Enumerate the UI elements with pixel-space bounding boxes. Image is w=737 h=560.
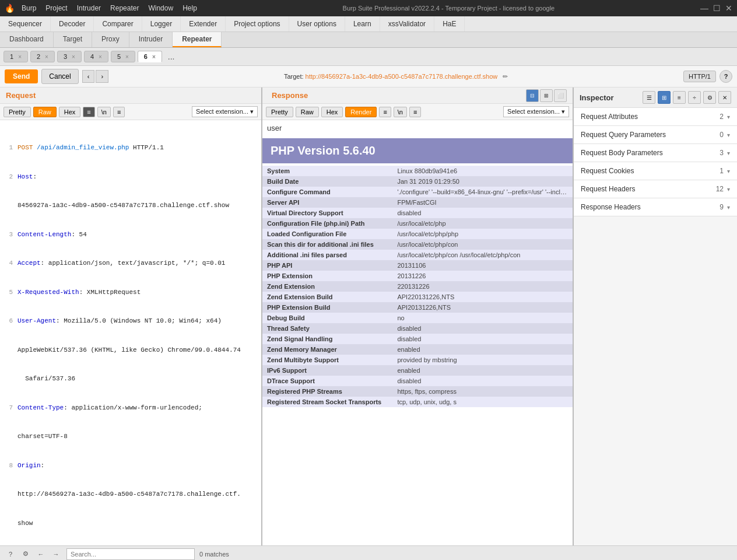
php-table-key: System <box>262 166 392 176</box>
subnav-dashboard[interactable]: Dashboard <box>0 32 54 47</box>
nav-learn[interactable]: Learn <box>345 16 380 32</box>
resp-pretty-button[interactable]: Pretty <box>266 107 293 117</box>
inspector-row[interactable]: Request Attributes2 ▾ <box>574 108 737 126</box>
repeater-tab-1[interactable]: 1 × <box>3 51 28 62</box>
req-raw-button[interactable]: Raw <box>33 107 57 117</box>
menu-project[interactable]: Project <box>45 4 67 12</box>
php-table-val: API20131226,NTS <box>392 302 573 313</box>
insp-icon-list[interactable]: ☰ <box>643 91 655 104</box>
status-settings-icon[interactable]: ⚙ <box>20 548 31 560</box>
tab-6-close[interactable]: × <box>152 54 156 60</box>
status-help-icon[interactable]: ? <box>5 548 16 560</box>
response-header: Response <box>266 88 526 103</box>
req-lines-button[interactable]: ≡ <box>113 107 125 117</box>
stacked-view-icon[interactable]: ⊞ <box>540 89 553 102</box>
full-view-icon[interactable]: ⬜ <box>554 89 567 102</box>
menu-burp[interactable]: Burp <box>22 4 36 12</box>
http-version-badge[interactable]: HTTP/1 <box>683 71 716 82</box>
repeater-tab-6[interactable]: 6 × <box>138 51 162 62</box>
chevron-down-icon: ▾ <box>727 204 730 211</box>
subnav-proxy[interactable]: Proxy <box>92 32 129 47</box>
insp-icon-grid[interactable]: ⊞ <box>658 91 671 104</box>
req-newline-button[interactable]: \n <box>97 107 111 117</box>
search-input[interactable] <box>66 548 195 560</box>
menu-help[interactable]: Help <box>183 4 197 12</box>
tab-5-close[interactable]: × <box>125 54 129 60</box>
inspector-row-count: 0 ▾ <box>720 131 730 139</box>
nav-logger[interactable]: Logger <box>142 16 181 32</box>
php-table-val: /usr/local/etc/php <box>392 218 573 229</box>
repeater-tab-5[interactable]: 5 × <box>111 51 135 62</box>
inspector-row[interactable]: Response Headers9 ▾ <box>574 198 737 216</box>
php-table-key: Additional .ini files parsed <box>262 250 392 260</box>
nav-sequencer[interactable]: Sequencer <box>0 16 51 32</box>
req-select-extension[interactable]: Select extension... ▾ <box>192 106 258 117</box>
nav-forward-button[interactable]: › <box>96 70 108 83</box>
nav-project-options[interactable]: Project options <box>226 16 289 32</box>
resp-icon1[interactable]: ≡ <box>379 107 391 117</box>
inspector-row[interactable]: Request Body Parameters3 ▾ <box>574 144 737 162</box>
inspector-row[interactable]: Request Cookies1 ▾ <box>574 162 737 180</box>
edit-target-icon[interactable]: ✏ <box>503 73 508 80</box>
php-table-val: './configure' '--build=x86_64-linux-gnu'… <box>392 187 573 197</box>
close-button[interactable]: ✕ <box>725 4 732 13</box>
inspector-row[interactable]: Request Headers12 ▾ <box>574 180 737 198</box>
nav-decoder[interactable]: Decoder <box>51 16 94 32</box>
nav-extender[interactable]: Extender <box>181 16 226 32</box>
inspector-row[interactable]: Request Query Parameters0 ▾ <box>574 126 737 144</box>
status-back-icon[interactable]: ← <box>35 548 47 560</box>
repeater-tab-3[interactable]: 3 × <box>57 51 82 62</box>
insp-icon-close[interactable]: ✕ <box>718 91 731 104</box>
request-panel: Request Pretty Raw Hex ≡ \n ≡ Select ext… <box>0 88 262 545</box>
php-version-banner: PHP Version 5.6.40 <box>262 138 573 163</box>
resp-icon3[interactable]: ≡ <box>409 107 421 117</box>
resp-icon2[interactable]: \n <box>394 107 407 117</box>
req-wrap-button[interactable]: ≡ <box>83 107 94 117</box>
tab-2-close[interactable]: × <box>45 54 48 60</box>
insp-icon-split[interactable]: ÷ <box>688 91 701 104</box>
php-table-val: disabled <box>392 208 573 218</box>
menu-window[interactable]: Window <box>148 4 173 12</box>
repeater-tab-4[interactable]: 4 × <box>84 51 108 62</box>
more-tabs-button[interactable]: ... <box>164 50 178 63</box>
subnav-repeater[interactable]: Repeater <box>173 32 222 47</box>
tab-1-close[interactable]: × <box>18 54 22 60</box>
main-area: Request Pretty Raw Hex ≡ \n ≡ Select ext… <box>0 88 737 545</box>
insp-icon-settings[interactable]: ⚙ <box>703 91 716 104</box>
tab-3-label: 3 <box>64 53 67 60</box>
resp-select-extension[interactable]: Select extension... ▾ <box>503 106 569 117</box>
subnav-intruder[interactable]: Intruder <box>129 32 173 47</box>
php-table-val: disabled <box>392 334 573 344</box>
resp-render-button[interactable]: Render <box>345 107 377 117</box>
repeater-tab-2[interactable]: 2 × <box>30 51 55 62</box>
req-hex-button[interactable]: Hex <box>59 107 81 117</box>
status-forward-icon[interactable]: → <box>50 548 62 560</box>
php-table-key: Zend Extension <box>262 281 392 292</box>
maximize-button[interactable]: ☐ <box>713 4 721 13</box>
php-table-key: Zend Signal Handling <box>262 334 392 344</box>
menu-repeater[interactable]: Repeater <box>110 4 139 12</box>
request-code-area[interactable]: 1POST /api/admin_file_view.php HTTP/1.1 … <box>0 120 261 545</box>
req-pretty-button[interactable]: Pretty <box>3 107 31 117</box>
subnav-target[interactable]: Target <box>54 32 92 47</box>
nav-hae[interactable]: HaE <box>434 16 465 32</box>
split-view-icon[interactable]: ⊟ <box>526 89 539 102</box>
php-table-val: /usr/local/etc/php/php <box>392 229 573 239</box>
nav-comparer[interactable]: Comparer <box>94 16 142 32</box>
tab-3-close[interactable]: × <box>72 54 75 60</box>
minimize-button[interactable]: — <box>700 4 708 13</box>
resp-hex-button[interactable]: Hex <box>321 107 343 117</box>
nav-xss-validator[interactable]: xssValidator <box>380 16 434 32</box>
send-button[interactable]: Send <box>5 69 38 83</box>
inspector-row-label: Request Body Parameters <box>581 149 663 157</box>
nav-back-button[interactable]: ‹ <box>82 70 95 83</box>
resp-raw-button[interactable]: Raw <box>296 107 319 117</box>
tab-4-close[interactable]: × <box>99 54 102 60</box>
help-button[interactable]: ? <box>720 70 732 83</box>
matches-label: 0 matches <box>199 551 229 558</box>
insp-icon-align[interactable]: ≡ <box>673 91 686 104</box>
nav-user-options[interactable]: User options <box>289 16 345 32</box>
menu-intruder[interactable]: Intruder <box>77 4 101 12</box>
target-url[interactable]: http://8456927a-1a3c-4db9-a500-c5487a7c7… <box>306 73 498 80</box>
cancel-button[interactable]: Cancel <box>41 69 78 84</box>
